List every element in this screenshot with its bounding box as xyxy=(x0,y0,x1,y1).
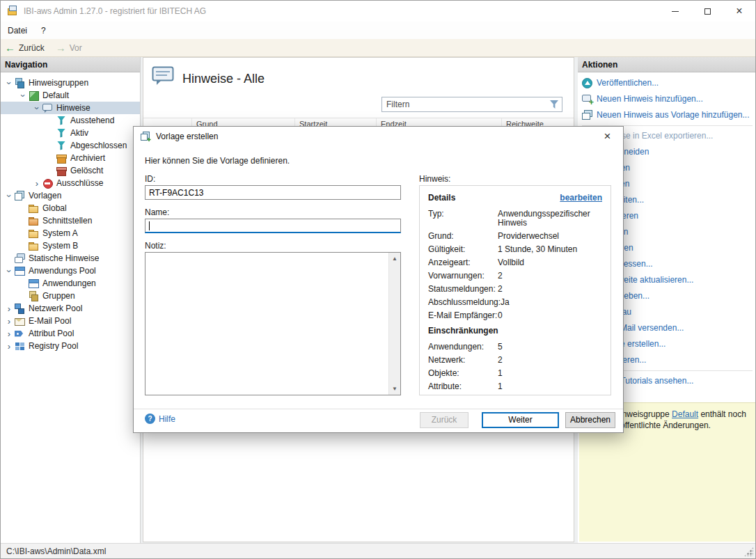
tree-item-archiviert[interactable]: Archiviert xyxy=(1,152,140,164)
scroll-up-icon[interactable]: ▲ xyxy=(389,253,400,265)
tree-item-e-mail-pool[interactable]: ›E-Mail Pool xyxy=(1,315,140,327)
page-title: Hinweise - Alle xyxy=(182,72,265,86)
tree-item-label: Anwendungs Pool xyxy=(29,266,96,276)
detail-label: Attribute: xyxy=(428,382,498,391)
tree-item-anwendungen[interactable]: Anwendungen xyxy=(1,277,140,290)
tree-item-global[interactable]: Global xyxy=(1,202,140,214)
filter-input[interactable] xyxy=(381,97,562,112)
tree-item-label: Netzwerk Pool xyxy=(29,304,82,313)
navigation-panel: Navigation ›Hinweisgruppen›Default›Hinwe… xyxy=(1,57,141,543)
chevron-expanded-icon[interactable]: › xyxy=(32,102,42,113)
application-icon xyxy=(29,278,39,289)
tree-item-netzwerk-pool[interactable]: ›Netzwerk Pool xyxy=(1,302,140,315)
action-neuen-hinweis-aus-vorlage-hinzufuegen[interactable]: Neuen Hinweis aus Vorlage hinzufügen... xyxy=(578,107,756,123)
tree-item-default[interactable]: ›Default xyxy=(1,89,140,102)
back-button[interactable]: ← Zurück xyxy=(5,42,45,53)
name-field[interactable] xyxy=(145,219,401,233)
scroll-down-icon[interactable]: ▼ xyxy=(389,383,400,395)
tree-item-system-b[interactable]: System B xyxy=(1,239,140,252)
forward-button[interactable]: → Vor xyxy=(56,42,82,53)
email-icon xyxy=(15,316,25,326)
action-neuen-hinweis-hinzufuegen[interactable]: Neuen Hinweis hinzufügen... xyxy=(578,91,756,107)
help-icon: ? xyxy=(145,414,155,424)
edit-link[interactable]: bearbeiten xyxy=(560,193,602,203)
detail-value: 2 xyxy=(498,356,602,365)
note-textarea[interactable]: ▲ ▼ xyxy=(145,252,401,395)
id-field[interactable] xyxy=(145,185,401,200)
tree-item-system-a[interactable]: System A xyxy=(1,227,140,239)
chevron-expanded-icon[interactable]: › xyxy=(4,265,15,276)
dialog-close-button[interactable]: × xyxy=(592,127,623,146)
restrictions-title: Einschränkungen xyxy=(428,326,602,336)
detail-value: Anwendungsspezifischer Hinweis xyxy=(498,210,602,228)
chevron-expanded-icon[interactable]: › xyxy=(4,190,15,201)
tree-item-label: Hinweisgruppen xyxy=(29,78,88,88)
close-icon: × xyxy=(736,6,742,17)
tree-item-label: Gruppen xyxy=(42,291,75,301)
help-label: Hilfe xyxy=(159,414,175,424)
group-icon xyxy=(29,90,39,101)
filter-wrap xyxy=(381,97,562,112)
detail-label: Abschlussmeldung: xyxy=(428,298,501,307)
back-arrow-icon: ← xyxy=(5,42,15,53)
detail-label: Anzeigeart: xyxy=(428,258,498,267)
tree-item-statische-hinweise[interactable]: Statische Hinweise xyxy=(1,252,140,265)
chevron-expanded-icon[interactable]: › xyxy=(18,90,29,101)
close-button[interactable]: × xyxy=(723,1,755,22)
tree-item-label: Attribut Pool xyxy=(29,329,74,338)
tree-item-gruppen[interactable]: Gruppen xyxy=(1,290,140,302)
tree-item-hinweisgruppen[interactable]: ›Hinweisgruppen xyxy=(1,77,140,89)
tree-item-registry-pool[interactable]: ›Registry Pool xyxy=(1,340,140,352)
menu-datei[interactable]: Datei xyxy=(1,23,34,38)
statusbar: C:\IBI-aws\Admin\Data.xml xyxy=(1,543,755,558)
create-template-dialog: Vorlage erstellen × Hier können Sie die … xyxy=(133,126,624,433)
maximize-button[interactable] xyxy=(691,1,723,22)
tree-item-attribut-pool[interactable]: ›Attribut Pool xyxy=(1,327,140,340)
tree-item-geloescht[interactable]: Gelöscht xyxy=(1,164,140,177)
chevron-expanded-icon[interactable]: › xyxy=(4,77,15,88)
minimize-icon xyxy=(672,11,679,12)
detail-value: 1 xyxy=(498,382,602,391)
chevron-collapsed-icon[interactable]: › xyxy=(3,329,15,339)
action-veroeffentlichen[interactable]: Veröffentlichen... xyxy=(578,75,756,91)
menu-help[interactable]: ? xyxy=(34,23,53,38)
help-link[interactable]: ? Hilfe xyxy=(145,414,175,424)
tree-item-label: Gelöscht xyxy=(70,166,103,175)
detail-row-e-mail-empfaenger: E-Mail Empfänger:0 xyxy=(428,311,602,320)
back-label: Zurück xyxy=(19,43,45,53)
template-icon xyxy=(140,131,151,142)
resize-grip[interactable] xyxy=(744,547,753,556)
tree-item-ausschluesse[interactable]: ›Ausschlüsse xyxy=(1,177,140,189)
back-dialog-button[interactable]: Zurück xyxy=(420,412,468,428)
detail-value: 2 xyxy=(498,285,602,294)
add-hint-from-template-icon xyxy=(582,110,592,120)
publish-icon xyxy=(582,78,592,88)
minimize-button[interactable] xyxy=(659,1,691,22)
chevron-collapsed-icon[interactable]: › xyxy=(31,178,42,189)
tree-item-anwendungs-pool[interactable]: ›Anwendungs Pool xyxy=(1,265,140,277)
detail-row-statusmeldungen: Statusmeldungen:2 xyxy=(428,285,602,294)
tree-item-ausstehend[interactable]: Ausstehend xyxy=(1,114,140,127)
tree-item-hinweise[interactable]: ›Hinweise xyxy=(1,102,140,114)
notice-default-link[interactable]: Default xyxy=(672,409,698,419)
details-title: Details xyxy=(428,193,455,203)
detail-label: Gültigkeit: xyxy=(428,245,498,254)
cancel-button[interactable]: Abbrechen xyxy=(565,412,615,428)
tree-item-schnittstellen[interactable]: Schnittstellen xyxy=(1,214,140,227)
tree-item-label: Default xyxy=(42,90,69,100)
detail-row-grund: Grund:Providerwechsel xyxy=(428,232,602,241)
tree-item-abgeschlossen[interactable]: Abgeschlossen xyxy=(1,139,140,152)
tree-item-vorlagen[interactable]: ›Vorlagen xyxy=(1,189,140,202)
tree-item-aktiv[interactable]: Aktiv xyxy=(1,127,140,139)
details-head: Details bearbeiten xyxy=(428,193,602,203)
chevron-collapsed-icon[interactable]: › xyxy=(3,316,15,326)
detail-label: Netzwerk: xyxy=(428,356,498,365)
detail-value: Ja xyxy=(501,298,602,307)
statusbar-path: C:\IBI-aws\Admin\Data.xml xyxy=(6,546,106,556)
next-button[interactable]: Weiter xyxy=(482,412,559,428)
tree-item-label: System A xyxy=(42,228,78,238)
chevron-collapsed-icon[interactable]: › xyxy=(3,304,15,314)
detail-label: Objekte: xyxy=(428,369,498,378)
scrollbar[interactable]: ▲ ▼ xyxy=(388,253,400,395)
chevron-collapsed-icon[interactable]: › xyxy=(3,341,15,352)
